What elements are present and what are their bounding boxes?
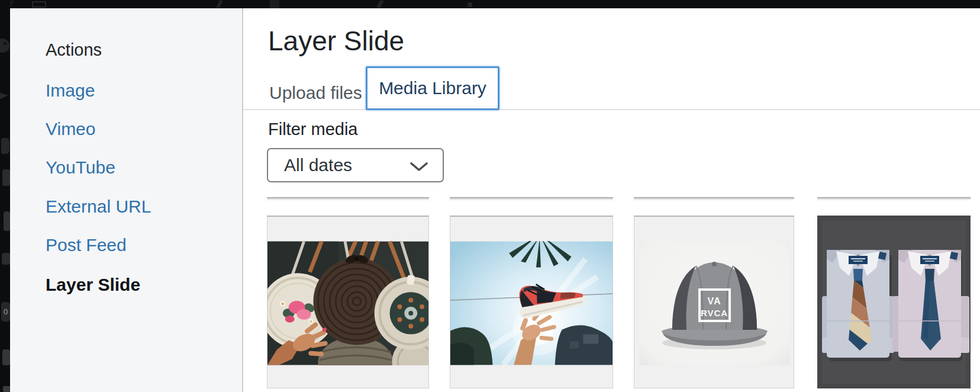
site-icon [32,1,46,8]
modal-sidebar: Actions Image Vimeo YouTube External URL… [10,8,242,392]
date-filter-value: All dates [268,155,352,175]
media-frame-content: Layer Slide Upload files Media Library F… [243,8,980,392]
menu-icon-fragment [3,386,10,392]
menu-icon-bar [2,349,10,365]
gray-cap-thumbnail: VA RVCA [639,241,790,365]
tab-media-library[interactable]: Media Library [366,66,499,110]
media-item-gray-cap[interactable]: VA RVCA [634,216,794,388]
folded-shirts-thumbnail [817,216,971,388]
menu-icon-bar [4,211,10,231]
sidebar-heading: Actions [46,40,102,60]
sidebar-item-external-url[interactable]: External URL [46,197,151,216]
menu-icon-blob [2,253,10,265]
sidebar-item-image[interactable]: Image [46,81,95,100]
page-title: Layer Slide [268,26,404,56]
media-item-folded-shirts[interactable] [817,216,971,388]
plugin-icon [0,38,9,53]
scrolled-row-edge [267,197,429,200]
music-note-icon [1,138,9,154]
scrolled-row-edge [634,197,794,200]
sidebar-item-youtube[interactable]: YouTube [46,158,115,177]
menu-icon-bar [2,169,10,186]
pointer-icon [0,89,8,102]
media-modal-screen: 0 Actions Image Vimeo YouTube External U… [0,0,980,392]
scrolled-row-edge [817,197,971,200]
admin-bar [0,0,980,8]
update-count-badge: 0 [1,302,10,322]
media-item-rattan-bags[interactable] [267,216,429,388]
svg-text:VA: VA [707,296,721,306]
tab-upload-files[interactable]: Upload files [269,83,362,103]
admin-bar-glyph [216,1,223,8]
chevron-down-icon [410,162,428,174]
sidebar-item-vimeo[interactable]: Vimeo [46,120,96,139]
sidebar-item-layer-slide[interactable]: Layer Slide [46,275,140,294]
date-filter-select[interactable]: All dates [267,148,444,182]
filter-media-label: Filter media [268,120,358,139]
sneaker-toss-thumbnail [450,241,612,365]
media-item-sneaker-toss[interactable] [450,216,613,388]
tab-separator [243,109,980,110]
plugin-icon-dot [4,42,7,45]
new-content-icon [376,1,384,8]
sidebar-item-post-feed[interactable]: Post Feed [46,236,127,255]
scrolled-row-edge [450,197,613,200]
admin-menu-strip: 0 [0,0,10,392]
rattan-bags-thumbnail [267,241,428,365]
admin-bar-dot [468,2,472,7]
svg-text:RVCA: RVCA [701,308,728,318]
